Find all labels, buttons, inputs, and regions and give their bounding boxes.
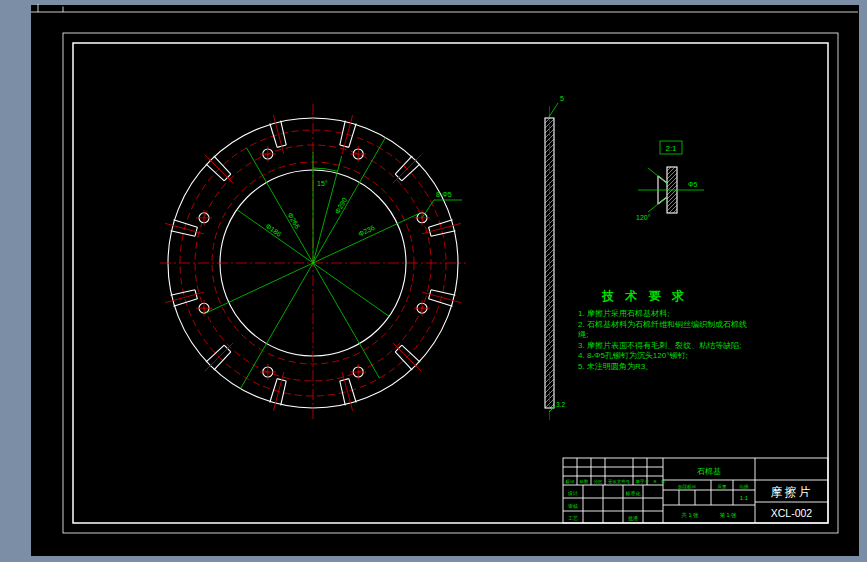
tb-mass: 质量 xyxy=(718,484,727,489)
tb-mark: 标记 xyxy=(566,479,575,485)
tech-req-item: 4. 8-Φ5孔铆钉为沉头120°铆钉; xyxy=(578,351,756,362)
tb-sheet-total: 共 1 张 xyxy=(680,512,699,519)
tech-req-item: 2. 石棉基材料为石棉纤维和铜丝编织制成石棉线绳; xyxy=(578,320,756,341)
thickness-label: 5 xyxy=(560,95,564,102)
detail-scale-label: 2:1 xyxy=(665,144,677,153)
tech-req-item: 3. 摩擦片表面不得有毛刺、裂纹、粘结等缺陷; xyxy=(578,341,756,352)
tb-approve: 批准 xyxy=(628,515,638,522)
roughness-label: 3.2 xyxy=(556,401,565,408)
tech-req-item: 5. 未注明圆角为R3。 xyxy=(578,362,756,373)
tb-stage: 阶段标记 xyxy=(678,484,696,490)
drawing-canvas: Φ290 Φ266 Φ236 Φ186 15° 8-Φ5 5 3.2 2 xyxy=(0,0,867,562)
tb-zone: 分区 xyxy=(594,479,603,484)
hole-callout: 8-Φ5 xyxy=(422,191,462,218)
detail-dia-label: Φ5 xyxy=(688,181,698,188)
dim-label-rivet-circle: Φ236 xyxy=(357,224,376,238)
title-block: 标记 处数 分区 更改文件号 签字 年、月、日 设计 标准化 审核 工艺 批准 … xyxy=(563,458,828,523)
tb-change-doc: 更改文件号 xyxy=(608,479,631,484)
tb-scale-value: 1:1 xyxy=(740,495,749,501)
detail-view: 2:1 Φ5 120° xyxy=(636,141,704,223)
detail-angle-label: 120° xyxy=(636,214,651,221)
technical-requirements: 技 术 要 求 1. 摩擦片采用石棉基材料; 2. 石棉基材料为石棉纤维和铜丝编… xyxy=(578,288,756,372)
hole-callout-label: 8-Φ5 xyxy=(436,191,452,198)
tb-sheet-no: 第 1 张 xyxy=(719,512,737,519)
tech-req-title: 技 术 要 求 xyxy=(602,288,756,305)
tb-sign: 签字 xyxy=(636,479,645,484)
front-view: Φ290 Φ266 Φ236 Φ186 15° 8-Φ5 xyxy=(160,104,466,422)
tb-drawing-no: XCL-002 xyxy=(771,507,813,519)
tb-material: 石棉基 xyxy=(697,467,721,476)
tb-standard: 标准化 xyxy=(625,490,641,497)
tb-count: 处数 xyxy=(580,479,589,484)
tech-req-item: 1. 摩擦片采用石棉基材料; xyxy=(578,309,756,320)
layout-marks xyxy=(31,4,858,12)
tb-process: 工艺 xyxy=(568,515,578,521)
tb-scale: 比例 xyxy=(740,484,749,490)
tb-part-name: 摩擦片 xyxy=(771,485,813,499)
cad-drawing-sheet: { "colors": { "canvas_bg": "#7b8ea6", "p… xyxy=(0,0,867,562)
tb-design: 设计 xyxy=(567,490,578,496)
tb-audit: 审核 xyxy=(568,503,578,509)
angle-label: 15° xyxy=(317,180,328,187)
side-section-view: 5 3.2 xyxy=(545,95,565,420)
tb-date: 年、月、日 xyxy=(645,479,665,484)
